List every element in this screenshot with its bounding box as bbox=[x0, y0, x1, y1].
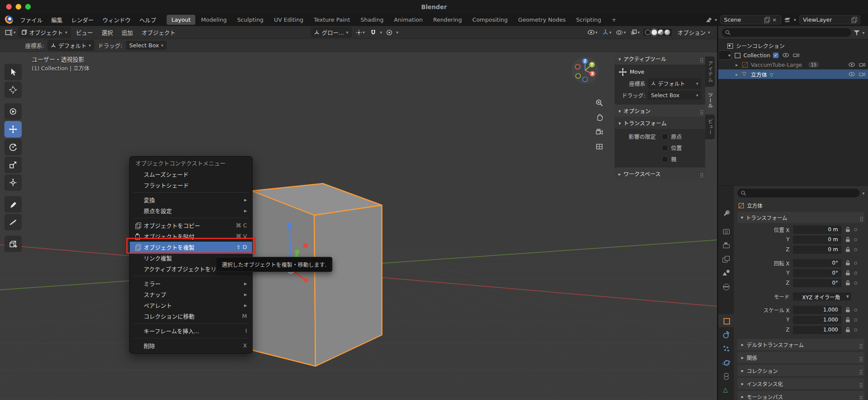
cube-object[interactable] bbox=[252, 184, 382, 366]
animate-dot-icon[interactable] bbox=[854, 248, 857, 251]
scene-selector[interactable]: Scene × bbox=[720, 15, 781, 24]
animate-dot-icon[interactable] bbox=[854, 272, 857, 275]
properties-search-input[interactable] bbox=[737, 189, 860, 197]
tab-tool[interactable] bbox=[718, 207, 734, 220]
viewport-canvas[interactable] bbox=[0, 52, 717, 400]
context-menu-item[interactable]: 削除 X bbox=[130, 340, 252, 351]
move-tool[interactable] bbox=[4, 121, 22, 138]
tab-scene[interactable] bbox=[718, 266, 734, 279]
transform-subheader[interactable]: トランスフォーム bbox=[615, 117, 705, 129]
proportional-edit-toggle[interactable] bbox=[385, 29, 394, 36]
workspace-tab[interactable]: Texture Paint bbox=[309, 15, 355, 25]
tab-render[interactable] bbox=[718, 225, 734, 238]
render-visibility-camera-icon[interactable] bbox=[859, 62, 865, 67]
viewport-menu[interactable]: 選択 bbox=[97, 26, 117, 38]
animate-dot-icon[interactable] bbox=[854, 318, 857, 321]
hide-eye-icon[interactable] bbox=[848, 62, 855, 67]
workspace-tab[interactable]: Sculpting bbox=[232, 15, 268, 25]
np-coord-dropdown[interactable]: デフォルト bbox=[648, 78, 701, 89]
lock-icon[interactable] bbox=[844, 227, 851, 232]
value-field[interactable]: 0° bbox=[793, 259, 842, 267]
workspace-tab[interactable]: Modeling bbox=[196, 15, 231, 25]
xray-toggle[interactable] bbox=[629, 29, 641, 36]
outliner-row[interactable]: Collection bbox=[718, 50, 731, 60]
render-visibility-camera-icon[interactable] bbox=[793, 53, 799, 57]
properties-options-icon[interactable] bbox=[862, 191, 865, 196]
animate-dot-icon[interactable] bbox=[854, 238, 857, 241]
proportional-falloff-dropdown[interactable] bbox=[396, 30, 398, 35]
context-menu-item[interactable] bbox=[130, 216, 252, 220]
checkbox[interactable] bbox=[662, 156, 668, 162]
viewport-options-dropdown[interactable]: オプション bbox=[674, 27, 713, 38]
properties-section-header[interactable]: インスタンス化 bbox=[737, 378, 865, 389]
value-field[interactable]: 0 m bbox=[793, 236, 842, 244]
lock-icon[interactable] bbox=[844, 237, 851, 242]
value-field[interactable]: 1.000 bbox=[793, 316, 842, 324]
panel-drag-handle-icon[interactable] bbox=[700, 58, 701, 59]
workspace-tab[interactable]: Compositing bbox=[467, 15, 513, 25]
pivot-point-dropdown[interactable] bbox=[355, 29, 366, 36]
gizmos-toggle[interactable] bbox=[601, 29, 613, 36]
lock-icon[interactable] bbox=[844, 247, 851, 252]
menubar-menu[interactable]: 編集 bbox=[47, 14, 67, 26]
context-menu-item[interactable]: スムーズシェード bbox=[130, 169, 252, 180]
value-field[interactable]: XYZ オイラー角 bbox=[793, 292, 851, 301]
viewport-menu[interactable]: 追加 bbox=[117, 26, 137, 38]
viewlayer-selector[interactable]: ViewLayer bbox=[799, 15, 860, 24]
disclosure-icon[interactable] bbox=[736, 72, 742, 77]
checkbox[interactable] bbox=[662, 134, 668, 140]
transform-orientation-dropdown[interactable]: グロー... bbox=[311, 27, 352, 38]
affect-option[interactable]: 原点 bbox=[662, 132, 682, 141]
new-scene-icon[interactable] bbox=[764, 17, 769, 23]
toggle-perspective-button[interactable] bbox=[593, 140, 606, 153]
lock-icon[interactable] bbox=[844, 270, 851, 275]
context-menu-item[interactable] bbox=[130, 321, 252, 325]
workspace-tab[interactable]: Animation bbox=[389, 15, 427, 25]
camera-view-button[interactable] bbox=[593, 125, 606, 138]
properties-section-header[interactable]: コレクション bbox=[737, 365, 865, 376]
workspace-tab[interactable]: Scripting bbox=[571, 15, 606, 25]
sidebar-tab[interactable]: ツール bbox=[705, 88, 715, 113]
lock-icon[interactable] bbox=[844, 307, 851, 312]
lock-icon[interactable] bbox=[844, 280, 851, 285]
animate-dot-icon[interactable] bbox=[854, 282, 857, 285]
context-menu-item[interactable]: ミラー bbox=[130, 278, 252, 289]
lock-icon[interactable] bbox=[844, 260, 851, 266]
checkbox[interactable] bbox=[662, 145, 668, 151]
viewlayer-dropdown-icon[interactable] bbox=[794, 17, 796, 22]
rendered-shading-button[interactable] bbox=[664, 30, 670, 35]
coord-dropdown[interactable]: デフォルト bbox=[47, 40, 94, 51]
context-menu-item[interactable]: スナップ bbox=[130, 289, 252, 300]
gizmo-plane-x[interactable] bbox=[303, 243, 308, 248]
viewport-menu[interactable]: オブジェクト bbox=[137, 26, 180, 38]
context-menu-item[interactable]: オブジェクトをコピー ⌘ C bbox=[130, 220, 252, 231]
measure-tool[interactable] bbox=[4, 214, 22, 230]
context-menu-item[interactable]: 変換 bbox=[130, 194, 252, 205]
active-tool-header[interactable]: アクティブツール bbox=[615, 52, 705, 65]
pan-hand-button[interactable] bbox=[593, 111, 606, 124]
menubar-menu[interactable]: レンダー bbox=[67, 14, 98, 26]
new-viewlayer-icon[interactable] bbox=[851, 17, 857, 23]
sidebar-tab[interactable]: ビュー bbox=[705, 115, 715, 140]
mode-dropdown[interactable]: オブジェクト bbox=[18, 27, 71, 38]
cursor-tool[interactable] bbox=[4, 82, 22, 98]
outliner-row[interactable]: VaccumTube-Large 15 bbox=[718, 60, 868, 69]
workspace-tab[interactable]: UV Editing bbox=[269, 15, 308, 25]
render-visibility-camera-icon[interactable] bbox=[859, 72, 865, 76]
tab-material[interactable] bbox=[718, 397, 734, 400]
tab-world[interactable] bbox=[718, 280, 734, 293]
tab-modifiers[interactable] bbox=[718, 328, 734, 341]
disclosure-icon[interactable] bbox=[728, 53, 734, 58]
wireframe-shading-button[interactable] bbox=[645, 30, 651, 35]
scene-dropdown-icon[interactable] bbox=[715, 17, 717, 22]
workspace-header[interactable]: ワークスペース bbox=[615, 167, 705, 180]
workspace-tab[interactable]: Geometry Nodes bbox=[513, 15, 571, 25]
lock-icon[interactable] bbox=[844, 327, 851, 332]
context-menu-item[interactable]: 原点を設定 bbox=[130, 205, 252, 216]
options-header[interactable]: オプション bbox=[615, 105, 705, 117]
tab-particles[interactable] bbox=[718, 342, 734, 355]
animate-dot-icon[interactable] bbox=[854, 262, 857, 265]
workspace-tab[interactable]: + bbox=[607, 15, 621, 25]
context-menu-item[interactable] bbox=[130, 190, 252, 194]
selectable-checkbox-icon[interactable] bbox=[773, 52, 779, 58]
